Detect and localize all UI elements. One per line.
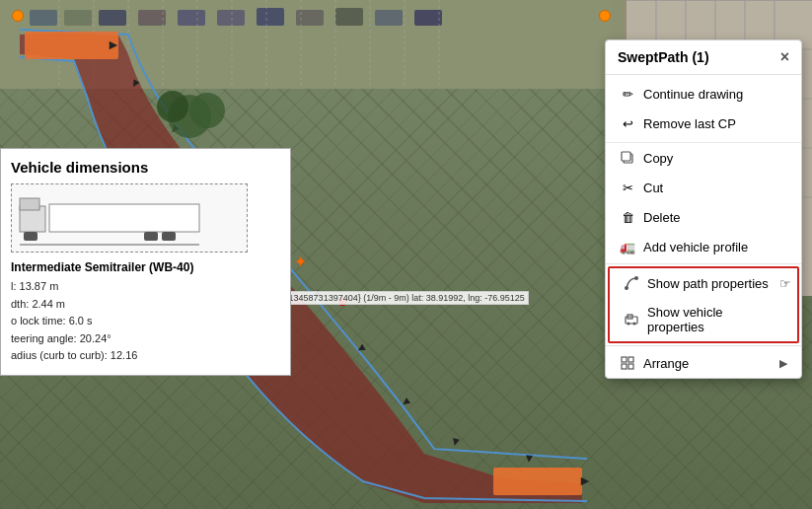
- context-menu: SweptPath (1) × ✏ Continue drawing ↩ Rem…: [605, 39, 802, 379]
- svg-rect-64: [24, 232, 37, 241]
- close-button[interactable]: ×: [780, 48, 789, 66]
- svg-rect-79: [628, 364, 633, 369]
- copy-label: Copy: [643, 151, 787, 166]
- arrange-icon: [620, 355, 635, 371]
- add-vehicle-profile-label: Add vehicle profile: [643, 240, 787, 254]
- arrange-label: Arrange: [643, 356, 772, 371]
- svg-rect-10: [375, 10, 403, 26]
- svg-rect-5: [178, 10, 205, 26]
- vehicle-diagram: [11, 183, 248, 253]
- control-point-right[interactable]: [599, 10, 611, 22]
- svg-point-70: [625, 286, 628, 290]
- svg-point-74: [627, 323, 630, 326]
- menu-divider-2: [606, 345, 801, 346]
- copy-icon: [620, 150, 635, 166]
- parking-lines-svg: [0, 0, 612, 89]
- context-menu-header: SweptPath (1) ×: [606, 40, 801, 75]
- svg-point-75: [633, 323, 636, 326]
- add-vehicle-profile-item[interactable]: 🚛 Add vehicle profile: [606, 232, 801, 261]
- show-path-properties-item[interactable]: Show path properties ☞: [610, 268, 797, 298]
- vehicle-dimensions-panel: Vehicle dimensions Intermediate Semitrai…: [0, 148, 291, 376]
- show-vehicle-properties-label: Show vehicle properties: [647, 305, 783, 334]
- vehicle-properties: l: 13.87 m dth: 2.44 m o lock time: 6.0 …: [11, 278, 280, 365]
- svg-rect-78: [622, 364, 627, 369]
- svg-rect-7: [257, 8, 284, 26]
- svg-rect-62: [20, 198, 39, 210]
- cursor-icon: ☞: [779, 276, 791, 291]
- continue-drawing-label: Continue drawing: [643, 87, 787, 102]
- svg-rect-66: [162, 232, 176, 241]
- remove-last-cp-item[interactable]: ↩ Remove last CP: [606, 109, 801, 138]
- svg-rect-9: [335, 8, 363, 26]
- menu-section-bottom: Arrange ▶: [606, 348, 801, 378]
- svg-rect-8: [296, 10, 324, 26]
- trash-icon: 🗑: [620, 209, 635, 225]
- control-point-left[interactable]: [12, 10, 24, 22]
- star-marker: ✦: [294, 253, 307, 271]
- cut-item[interactable]: ✂ Cut: [606, 173, 801, 202]
- delete-label: Delete: [643, 210, 787, 225]
- arrange-item[interactable]: Arrange ▶: [606, 348, 801, 378]
- svg-rect-1: [30, 10, 57, 26]
- remove-icon: ↩: [620, 115, 635, 131]
- svg-rect-3: [99, 10, 126, 26]
- truck-icon: 🚛: [620, 239, 635, 254]
- menu-divider-1: [606, 263, 801, 264]
- svg-rect-69: [622, 152, 630, 161]
- svg-rect-11: [414, 10, 442, 26]
- svg-rect-76: [622, 357, 627, 362]
- arrange-arrow: ▶: [779, 357, 787, 370]
- menu-section-top: ✏ Continue drawing ↩ Remove last CP: [606, 75, 801, 143]
- delete-item[interactable]: 🗑 Delete: [606, 202, 801, 232]
- copy-item[interactable]: Copy: [606, 143, 801, 173]
- vehicle-panel-title: Vehicle dimensions: [11, 159, 280, 176]
- context-menu-title: SweptPath (1): [618, 49, 709, 65]
- svg-rect-63: [49, 204, 199, 232]
- pencil-icon: ✏: [620, 86, 635, 102]
- svg-point-71: [634, 276, 638, 280]
- svg-rect-65: [144, 232, 158, 241]
- continue-drawing-item[interactable]: ✏ Continue drawing: [606, 79, 801, 109]
- svg-rect-2: [64, 10, 92, 26]
- scissors-icon: ✂: [620, 180, 635, 195]
- remove-last-cp-label: Remove last CP: [643, 116, 787, 131]
- menu-section-highlighted: Show path properties ☞ Show vehicle prop…: [608, 266, 799, 343]
- truck-diagram-svg: [16, 188, 243, 248]
- show-path-properties-label: Show path properties: [647, 276, 783, 291]
- svg-rect-4: [138, 10, 166, 26]
- svg-rect-77: [628, 357, 633, 362]
- show-vehicle-properties-item[interactable]: Show vehicle properties: [610, 298, 797, 341]
- menu-section-middle: Copy ✂ Cut 🗑 Delete 🚛 Add vehicle profil…: [606, 143, 801, 261]
- cut-label: Cut: [643, 181, 787, 195]
- svg-rect-6: [217, 10, 245, 26]
- vehicle-name: Intermediate Semitrailer (WB-40): [11, 260, 280, 274]
- vehicle-icon: [624, 312, 639, 327]
- path-icon: [624, 275, 639, 291]
